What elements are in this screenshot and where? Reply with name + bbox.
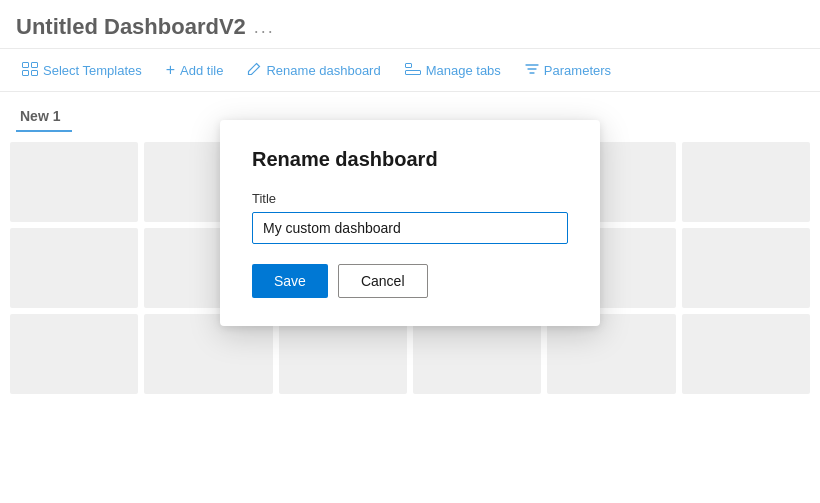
- modal-field-label: Title: [252, 191, 568, 206]
- modal-title: Rename dashboard: [252, 148, 568, 171]
- title-input[interactable]: [252, 212, 568, 244]
- modal-overlay: Rename dashboard Title Save Cancel: [0, 0, 820, 503]
- save-button[interactable]: Save: [252, 264, 328, 298]
- cancel-button[interactable]: Cancel: [338, 264, 428, 298]
- modal-actions: Save Cancel: [252, 264, 568, 298]
- rename-modal: Rename dashboard Title Save Cancel: [220, 120, 600, 326]
